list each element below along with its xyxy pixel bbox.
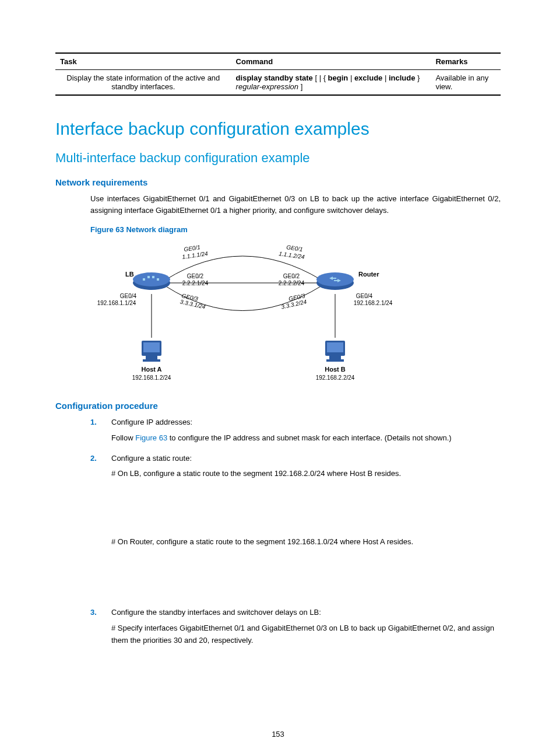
svg-point-4 <box>133 272 170 286</box>
page-number: 153 <box>0 730 556 738</box>
svg-rect-18 <box>326 359 344 362</box>
r-ge04-ip: 192.168.2.1/24 <box>354 300 393 306</box>
heading-configuration-procedure: Configuration procedure <box>55 401 501 411</box>
cmd-bold: begin <box>328 74 349 82</box>
step-para: Follow Figure 63 to configure the IP add… <box>111 432 501 444</box>
svg-rect-8 <box>157 278 159 281</box>
figure-link[interactable]: Figure 63 <box>135 433 167 442</box>
svg-point-10 <box>316 272 354 286</box>
step-title: Configure the standby interfaces and swi… <box>111 607 501 619</box>
host-b-icon <box>325 341 345 362</box>
lb-device-icon <box>133 272 170 290</box>
step-num: 3. <box>90 607 97 619</box>
host-a-ip: 192.168.1.2/24 <box>132 374 171 381</box>
r-ge04: GE0/4 <box>356 293 373 299</box>
cmd-bold: exclude <box>354 74 382 82</box>
step-para: # On LB, configure a static route to the… <box>111 468 501 480</box>
td-task: Display the state information of the act… <box>55 70 231 96</box>
cmd-text: ] <box>298 82 302 91</box>
cmd-bold: include <box>389 74 416 82</box>
step-num: 2. <box>90 453 97 465</box>
svg-rect-12 <box>143 342 160 352</box>
cmd-text: | <box>348 74 354 82</box>
cmd-text: [ | { <box>313 74 328 82</box>
host-b-label: Host B <box>325 366 346 373</box>
host-a-icon <box>142 341 161 362</box>
heading-2: Multi-interface backup configuration exa… <box>55 150 501 166</box>
command-table: Task Command Remarks Display the state i… <box>55 52 501 96</box>
step-3: 3. Configure the standby interfaces and … <box>90 607 501 646</box>
r-ge02-ip: 2.2.2.2/24 <box>279 280 305 286</box>
th-task: Task <box>55 53 231 70</box>
svg-rect-17 <box>329 356 341 359</box>
td-command: display standby state [ | { begin | excl… <box>231 70 431 96</box>
table-row: Display the state information of the act… <box>55 70 501 96</box>
step-title: Configure IP addresses: <box>111 416 501 429</box>
svg-rect-16 <box>327 342 343 352</box>
svg-rect-6 <box>152 276 154 278</box>
steps-list: 1. Configure IP addresses: Follow Figure… <box>90 416 501 646</box>
network-diagram: LB Router Host A 192.168.1.2/24 <box>90 239 393 390</box>
figure-caption: Figure 63 Network diagram <box>90 225 501 234</box>
svg-rect-14 <box>143 359 160 362</box>
step-title: Configure a static route: <box>111 453 501 465</box>
step-text: Follow <box>111 433 135 442</box>
cmd-bold: display standby state <box>236 74 313 82</box>
lb-ge04-ip: 192.168.1.1/24 <box>97 300 136 306</box>
step-1: 1. Configure IP addresses: Follow Figure… <box>90 416 501 444</box>
step-para: # On Router, configure a static route to… <box>111 536 501 548</box>
router-label: Router <box>358 271 379 278</box>
cmd-text: | <box>382 74 389 82</box>
step-para: # Specify interfaces GigabitEthernet 0/1… <box>111 622 501 647</box>
svg-rect-13 <box>146 356 157 359</box>
r-ge02: GE0/2 <box>283 273 300 279</box>
th-command: Command <box>231 53 431 70</box>
network-requirements-text: Use interfaces GigabitEthernet 0/1 and G… <box>90 193 501 216</box>
heading-network-requirements: Network requirements <box>55 177 501 187</box>
td-remarks: Available in any view. <box>431 70 501 96</box>
lb-ge02-ip: 2.2.2.1/24 <box>182 280 209 286</box>
th-remarks: Remarks <box>431 53 501 70</box>
host-b-ip: 192.168.2.2/24 <box>316 374 355 381</box>
lb-ge04: GE0/4 <box>120 293 137 299</box>
cmd-text: } <box>415 74 420 82</box>
router-device-icon <box>316 272 354 290</box>
svg-rect-7 <box>143 278 145 281</box>
step-text: to configure the IP address and subnet m… <box>167 433 452 442</box>
step-num: 1. <box>90 416 97 429</box>
lb-label: LB <box>125 271 134 278</box>
cmd-italic: regular-expression <box>236 82 298 91</box>
heading-1: Interface backup configuration examples <box>55 119 501 139</box>
step-2: 2. Configure a static route: # On LB, co… <box>90 453 501 598</box>
svg-rect-5 <box>147 276 150 278</box>
lb-ge02: GE0/2 <box>187 273 204 279</box>
host-a-label: Host A <box>141 366 161 373</box>
